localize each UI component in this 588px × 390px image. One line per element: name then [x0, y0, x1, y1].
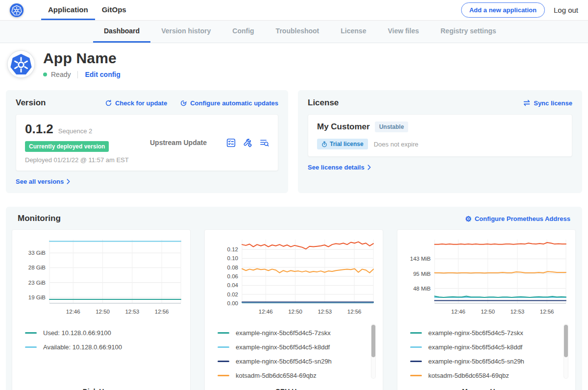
- legend-item: kotsadm-5db6dc6584-69qbz: [410, 368, 569, 383]
- memory-usage-plot: 48 MiB95 MiB143 MiB12:4612:5012:5312:56: [403, 235, 570, 318]
- see-all-versions-link[interactable]: See all versions: [16, 178, 70, 185]
- memory-usage-legend: example-nginx-5bc6f5d4c5-7zskxexample-ng…: [403, 323, 569, 383]
- topnav-tab-application[interactable]: Application: [41, 0, 95, 20]
- svg-text:12:46: 12:46: [451, 309, 466, 315]
- page-title: App Name: [43, 50, 121, 67]
- app-icon: [7, 50, 35, 78]
- view-logs-icon[interactable]: [260, 138, 269, 147]
- disk-usage-legend: Used: 10.128.0.66:9100Available: 10.128.…: [18, 323, 184, 383]
- series-color-dash: [410, 375, 422, 376]
- subnav-tab-view-files[interactable]: View files: [377, 21, 430, 43]
- series-color-dash: [410, 332, 422, 334]
- top-navbar: ApplicationGitOps Add a new application …: [0, 0, 588, 21]
- edit-config-icon[interactable]: [243, 138, 252, 147]
- license-card-title: License: [308, 98, 339, 108]
- gear-icon: ⚙: [465, 215, 471, 222]
- series-label: example-nginx-5bc6f5d4c5-sn29h: [428, 358, 524, 365]
- svg-text:0.00: 0.00: [227, 300, 238, 306]
- see-license-details-link[interactable]: See license details: [308, 164, 371, 171]
- legend-item: example-nginx-5bc6f5d4c5-sn29h: [218, 354, 377, 368]
- topnav-tabs: ApplicationGitOps: [41, 0, 133, 20]
- version-source-label: Upstream Update: [150, 139, 226, 146]
- svg-text:12:56: 12:56: [155, 309, 169, 315]
- deployed-timestamp: Deployed 01/21/22 @ 11:57 am EST: [25, 156, 150, 164]
- svg-text:12:50: 12:50: [481, 309, 495, 315]
- memory-usage-title: Memory Usage: [403, 388, 569, 390]
- summary-cards-row: Version Check for update Configure autom…: [6, 90, 582, 193]
- version-card: Version Check for update Configure autom…: [6, 90, 288, 193]
- legend-item: kotsadm-5db6dc6584-69qbz: [218, 368, 377, 383]
- series-color-dash: [25, 346, 37, 348]
- svg-text:12:46: 12:46: [259, 309, 273, 315]
- schedule-update-icon: [180, 99, 187, 107]
- svg-text:0.10: 0.10: [227, 255, 238, 261]
- series-color-dash: [25, 332, 37, 334]
- legend-item: example-nginx-5bc6f5d4c5-7zskx: [410, 326, 569, 340]
- svg-text:28 GiB: 28 GiB: [28, 265, 46, 270]
- status-dot: [43, 73, 47, 76]
- topnav-tab-gitops[interactable]: GitOps: [95, 0, 133, 20]
- series-label: kotsadm-5db6dc6584-69qbz: [236, 372, 317, 379]
- legend-item: example-nginx-5bc6f5d4c5-7zskx: [218, 326, 377, 340]
- monitoring-title: Monitoring: [18, 214, 61, 223]
- disk-usage-title: Disk Usage: [18, 388, 184, 390]
- legend-scrollbar-thumb[interactable]: [371, 325, 375, 357]
- series-color-dash: [218, 375, 229, 376]
- disk-usage-chart-card: 19 GiB23 GiB28 GiB33 GiB12:4612:5012:531…: [12, 229, 191, 390]
- logout-button[interactable]: Log out: [554, 6, 578, 14]
- series-label: example-nginx-5bc6f5d4c5-k8ddf: [428, 343, 522, 351]
- chevron-right-icon: [368, 165, 371, 170]
- legend-item: example-nginx-5bc6f5d4c5-sn29h: [410, 354, 569, 368]
- stopwatch-icon: [321, 141, 327, 147]
- subnav-tab-troubleshoot[interactable]: Troubleshoot: [265, 21, 330, 43]
- series-label: example-nginx-5bc6f5d4c5-7zskx: [428, 329, 523, 337]
- kubernetes-logo: [10, 0, 24, 20]
- configure-automatic-updates-link[interactable]: Configure automatic updates: [180, 99, 278, 107]
- sequence-label: Sequence 2: [58, 127, 92, 135]
- svg-text:0.06: 0.06: [227, 273, 238, 279]
- channel-badge: Unstable: [375, 122, 409, 132]
- app-subnav: DashboardVersion historyConfigTroublesho…: [0, 21, 588, 43]
- svg-text:143 MiB: 143 MiB: [410, 256, 431, 262]
- edit-config-link[interactable]: Edit config: [85, 71, 120, 78]
- license-card: License Sync license My Customer Unstabl…: [298, 90, 582, 193]
- series-label: kotsadm-5db6dc6584-69qbz: [428, 372, 509, 379]
- svg-text:0.12: 0.12: [227, 246, 238, 252]
- svg-text:12:56: 12:56: [347, 309, 362, 315]
- license-expiration: Does not expire: [374, 141, 418, 148]
- svg-text:33 GiB: 33 GiB: [28, 250, 46, 256]
- add-new-application-button[interactable]: Add a new application: [461, 2, 545, 18]
- monitoring-card: Monitoring ⚙ Configure Prometheus Addres…: [6, 207, 582, 390]
- svg-text:12:56: 12:56: [540, 309, 554, 315]
- subnav-tab-dashboard[interactable]: Dashboard: [93, 21, 150, 43]
- subnav-tab-license[interactable]: License: [330, 21, 377, 43]
- disk-usage-plot: 19 GiB23 GiB28 GiB33 GiB12:4612:5012:531…: [18, 235, 185, 318]
- subnav-tab-version-history[interactable]: Version history: [150, 21, 221, 43]
- legend-scrollbar-thumb[interactable]: [564, 325, 568, 357]
- legend-item: Used: 10.128.0.66:9100: [25, 326, 184, 340]
- sync-icon: [523, 99, 531, 106]
- series-label: example-nginx-5bc6f5d4c5-sn29h: [236, 358, 332, 365]
- subnav-tab-config[interactable]: Config: [221, 21, 265, 43]
- svg-text:12:53: 12:53: [125, 309, 139, 315]
- trial-license-badge: Trial license: [317, 139, 368, 149]
- cpu-usage-legend: example-nginx-5bc6f5d4c5-7zskxexample-ng…: [211, 323, 377, 383]
- legend-scrollbar: [371, 324, 376, 379]
- legend-scrollbar: [564, 324, 568, 379]
- refresh-icon: [105, 99, 112, 107]
- subnav-tab-registry-settings[interactable]: Registry settings: [430, 21, 507, 43]
- memory-usage-chart-card: 48 MiB95 MiB143 MiB12:4612:5012:5312:56e…: [397, 229, 576, 390]
- svg-text:23 GiB: 23 GiB: [28, 280, 46, 286]
- legend-item: example-nginx-5bc6f5d4c5-k8ddf: [410, 340, 569, 354]
- preflight-checks-icon[interactable]: [226, 138, 236, 147]
- sync-license-link[interactable]: Sync license: [523, 99, 572, 107]
- customer-name: My Customer: [317, 122, 370, 132]
- check-for-update-link[interactable]: Check for update: [105, 99, 167, 107]
- series-label: Used: 10.128.0.66:9100: [43, 329, 111, 337]
- charts-row: 19 GiB23 GiB28 GiB33 GiB12:4612:5012:531…: [12, 229, 576, 390]
- cpu-usage-chart-card: 0.000.020.040.060.080.100.1212:4612:5012…: [204, 229, 383, 390]
- svg-text:19 GiB: 19 GiB: [28, 294, 46, 300]
- svg-text:0.04: 0.04: [227, 282, 239, 288]
- configure-prometheus-link[interactable]: ⚙ Configure Prometheus Address: [465, 215, 570, 222]
- version-number: 0.1.2: [25, 122, 53, 137]
